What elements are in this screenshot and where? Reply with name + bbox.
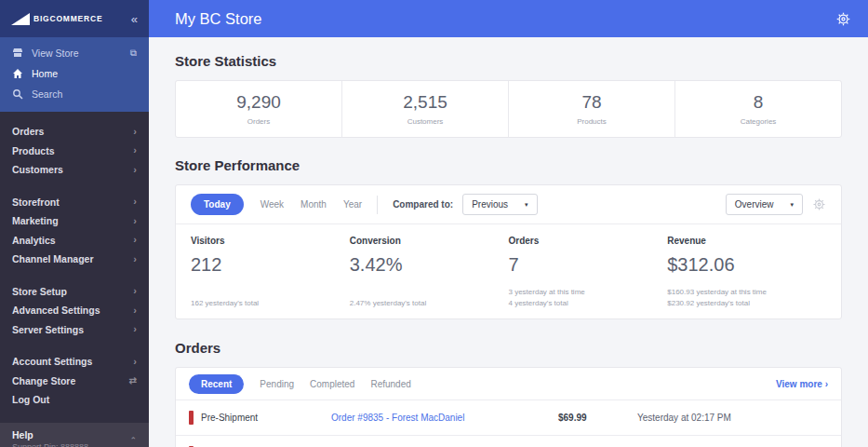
sidebar-item-label: Marketing [12, 215, 59, 226]
metric-sub: 3 yesterday at this time [509, 287, 668, 298]
bigcommerce-logo[interactable]: BIGCOMMERCE [11, 13, 131, 25]
performance-settings-gear-icon[interactable] [812, 197, 826, 211]
sidebar-item-customers[interactable]: Customers› [0, 160, 149, 180]
sidebar-item-label: Account Settings [12, 356, 92, 367]
metric-revenue: Revenue $312.06 $160.93 yesterday at thi… [667, 236, 826, 309]
overview-value: Overview [735, 199, 774, 210]
sidebar-item-server-settings[interactable]: Server Settings› [0, 320, 149, 340]
order-status: Pre-Shipment [201, 413, 331, 423]
sidebar-item-products[interactable]: Products› [0, 142, 149, 161]
sidebar-item-label: Orders [12, 126, 44, 137]
status-color-bar [189, 411, 194, 425]
sidebar-item-label: Search [32, 88, 62, 100]
tab-today[interactable]: Today [191, 194, 244, 215]
order-time: Yesterday at 02:17 PM [637, 413, 828, 423]
chevron-right-icon: › [133, 254, 137, 264]
store-title: My BC Store [175, 10, 835, 28]
sidebar-item-label: Products [12, 145, 55, 156]
metric-value: 212 [191, 254, 350, 276]
chevron-right-icon: › [133, 145, 137, 156]
main-nav: Orders› Products› Customers› Storefront›… [0, 112, 149, 423]
tab-week[interactable]: Week [260, 199, 284, 210]
sidebar-item-marketing[interactable]: Marketing› [0, 211, 149, 231]
chevron-right-icon: › [133, 286, 137, 296]
sidebar-item-view-store[interactable]: View Store ⧉ [0, 43, 149, 63]
metric-value: $312.06 [667, 254, 826, 276]
sidebar-item-orders[interactable]: Orders› [0, 122, 149, 142]
store-settings-gear-icon[interactable] [835, 11, 851, 27]
dashboard-content: Store Statistics 9,290 Orders 2,515 Cust… [149, 37, 868, 447]
logo-text: BIGCOMMERCE [33, 14, 102, 23]
help-title: Help [12, 429, 129, 440]
metric-visitors: Visitors 212 162 yesterday's total [191, 236, 350, 309]
sidebar-item-label: Log Out [12, 394, 49, 405]
sidebar-item-label: Store Setup [12, 286, 67, 297]
tab-completed[interactable]: Completed [310, 379, 354, 389]
overview-select[interactable]: Overview ▾ [726, 194, 803, 215]
metric-label: Revenue [667, 236, 826, 246]
order-price: $69.99 [558, 413, 637, 423]
external-link-icon: ⧉ [130, 47, 137, 59]
order-row[interactable]: Pre-Shipment Order #9834 - Tacitus Cornb… [176, 435, 841, 447]
stat-value: 8 [754, 92, 764, 113]
tab-pending[interactable]: Pending [260, 379, 294, 389]
compared-to-select[interactable]: Previous ▾ [462, 194, 537, 215]
compared-to-value: Previous [472, 199, 508, 210]
performance-metrics: Visitors 212 162 yesterday's total Conve… [176, 224, 841, 318]
sidebar-item-account-settings[interactable]: Account Settings› [0, 352, 149, 372]
tab-recent[interactable]: Recent [189, 374, 244, 394]
divider [377, 196, 378, 214]
metric-sub: 2.47% yesterday's total [350, 298, 509, 309]
order-link[interactable]: Order #9835 - Forest MacDaniel [331, 413, 558, 423]
chevron-right-icon: › [133, 324, 137, 334]
stat-label: Orders [247, 117, 270, 126]
store-performance-heading: Store Performance [175, 157, 842, 173]
bigcommerce-triangle-icon [11, 13, 30, 25]
view-more-label: View more [776, 379, 822, 389]
metric-sub: 4 yesterday's total [509, 298, 668, 309]
sidebar-item-log-out[interactable]: Log Out [0, 390, 149, 410]
metric-value: 3.42% [350, 254, 509, 276]
metric-sub [350, 287, 509, 298]
sidebar-item-home[interactable]: Home [0, 63, 149, 84]
chevron-right-icon: › [133, 235, 137, 245]
sidebar-item-change-store[interactable]: Change Store⇄ [0, 372, 149, 391]
sidebar-item-label: Change Store [12, 375, 75, 386]
sidebar-item-label: View Store [32, 47, 79, 59]
store-performance-card: Today Week Month Year Compared to: Previ… [175, 184, 842, 319]
sidebar-item-label: Server Settings [12, 324, 84, 335]
orders-card: Recent Pending Completed Refunded View m… [175, 367, 842, 447]
sidebar-item-analytics[interactable]: Analytics› [0, 231, 149, 251]
sidebar-item-label: Home [32, 68, 58, 79]
chevron-right-icon: › [133, 357, 137, 367]
sidebar-item-advanced-settings[interactable]: Advanced Settings› [0, 301, 149, 320]
tab-year[interactable]: Year [343, 199, 362, 210]
metric-label: Conversion [350, 236, 509, 246]
tab-refunded[interactable]: Refunded [370, 379, 410, 389]
sidebar-item-store-setup[interactable]: Store Setup› [0, 282, 149, 302]
help-panel[interactable]: Help Support Pin: 888888 ⌃ [0, 423, 149, 447]
stat-value: 9,290 [236, 92, 281, 113]
chevron-right-icon: › [133, 127, 137, 137]
sidebar-item-search[interactable]: Search [0, 84, 149, 104]
chevron-right-icon: › [133, 165, 137, 175]
stat-customers: 2,515 Customers [342, 81, 509, 137]
sidebar-item-storefront[interactable]: Storefront› [0, 193, 149, 212]
tab-month[interactable]: Month [300, 199, 327, 210]
stat-label: Customers [407, 117, 444, 126]
home-icon [12, 68, 23, 79]
stat-label: Categories [741, 117, 777, 126]
chevron-up-icon: ⌃ [129, 436, 137, 445]
collapse-sidebar-icon[interactable]: « [131, 12, 138, 26]
order-row[interactable]: Pre-Shipment Order #9835 - Forest MacDan… [176, 400, 841, 435]
app-window: BIGCOMMERCE « View Store ⧉ Home [0, 0, 868, 447]
orders-tabs: Recent Pending Completed Refunded View m… [176, 368, 841, 400]
swap-store-icon: ⇄ [129, 375, 137, 386]
sidebar: BIGCOMMERCE « View Store ⧉ Home [0, 0, 149, 447]
store-statistics-card: 9,290 Orders 2,515 Customers 78 Products… [175, 80, 842, 138]
view-more-link[interactable]: View more › [776, 379, 828, 389]
stat-products: 78 Products [509, 81, 675, 137]
metric-orders: Orders 7 3 yesterday at this time4 yeste… [509, 236, 668, 309]
stat-label: Products [577, 117, 607, 126]
sidebar-item-channel-manager[interactable]: Channel Manager› [0, 250, 149, 269]
